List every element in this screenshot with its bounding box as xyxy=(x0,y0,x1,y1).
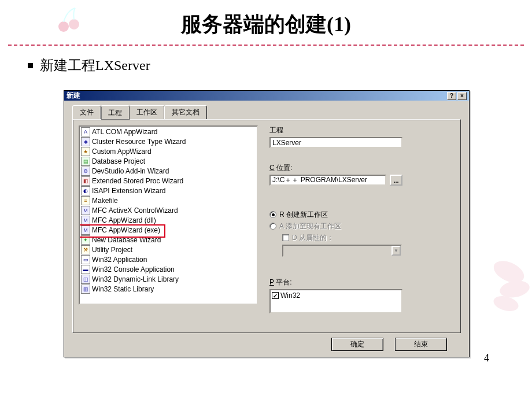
list-item-selected[interactable]: MMFC AppWizard (exe) xyxy=(80,225,257,235)
list-item[interactable]: ◆Cluster Resource Type Wizard xyxy=(80,136,257,146)
checkbox-dependency: D 从属性的： xyxy=(269,232,455,243)
db-icon: ▤ xyxy=(81,157,90,166)
list-item[interactable]: ▭Win32 Application xyxy=(80,254,257,264)
page-number: 4 xyxy=(484,352,489,364)
svg-point-4 xyxy=(492,294,520,314)
wizard-icon: ◆ xyxy=(81,137,90,146)
wizard-icon: ◐ xyxy=(81,186,90,195)
platform-listbox[interactable]: ✓ Win32 xyxy=(269,289,402,313)
bullet-text: 新建工程LXServer xyxy=(40,56,150,75)
chevron-down-icon: ▼ xyxy=(391,246,401,256)
radio-create-workspace[interactable]: R 创建新工作区 xyxy=(269,209,455,220)
list-item[interactable]: MMFC ActiveX ControlWizard xyxy=(80,205,257,215)
title-divider xyxy=(8,45,524,46)
tab-workspace[interactable]: 工作区 xyxy=(129,105,165,119)
project-name-input[interactable]: LXServer xyxy=(269,137,402,148)
ok-button[interactable]: 确定 xyxy=(331,338,383,351)
tab-panel: AATL COM AppWizard ◆Cluster Resource Typ… xyxy=(72,119,461,333)
checkbox-icon xyxy=(282,234,289,241)
utility-icon: ⚒ xyxy=(81,245,90,254)
platform-item[interactable]: ✓ Win32 xyxy=(272,291,400,300)
dialog-titlebar[interactable]: 新建 ? × xyxy=(64,91,469,101)
tab-project[interactable]: 工程 xyxy=(101,105,130,120)
dependency-combo: ▼ xyxy=(282,245,402,257)
flower-decoration-icon xyxy=(474,243,532,324)
list-item[interactable]: ▥Win32 Static Library xyxy=(80,284,257,294)
db-wizard-icon: ✦ xyxy=(81,235,90,245)
svg-point-2 xyxy=(490,257,527,287)
list-item[interactable]: ◫Win32 Dynamic-Link Library xyxy=(80,274,257,284)
makefile-icon: ≡ xyxy=(81,196,90,205)
lib-icon: ▥ xyxy=(81,285,90,294)
list-item[interactable]: ◧Extended Stored Proc Wizard xyxy=(80,176,257,186)
list-item[interactable]: ▤Database Project xyxy=(80,156,257,166)
list-item[interactable]: ◐ISAPI Extension Wizard xyxy=(80,186,257,195)
help-button[interactable]: ? xyxy=(447,92,456,100)
radio-icon xyxy=(269,223,276,230)
browse-button[interactable]: ... xyxy=(390,175,402,186)
project-type-listbox[interactable]: AATL COM AppWizard ◆Cluster Resource Typ… xyxy=(79,125,258,305)
console-icon: ▬ xyxy=(81,265,90,274)
radio-add-workspace[interactable]: A 添加至现有工作区 xyxy=(269,220,455,232)
tab-file[interactable]: 文件 xyxy=(72,105,101,119)
project-name-label: 工程 xyxy=(269,125,455,135)
checkbox-checked-icon: ✓ xyxy=(272,292,279,299)
location-input[interactable]: J:\C＋＋ PROGRAM\LXServer xyxy=(269,175,386,186)
list-item[interactable]: MMFC AppWizard (dll) xyxy=(80,215,257,225)
dll-icon: ◫ xyxy=(81,275,90,284)
wizard-icon: ⚙ xyxy=(81,167,90,176)
list-item[interactable]: ≡Makefile xyxy=(80,195,257,205)
new-project-dialog: 新建 ? × 文件 工程 工作区 其它文档 AATL COM AppWizard… xyxy=(64,90,470,357)
cancel-button[interactable]: 结束 xyxy=(395,338,447,351)
mfc-exe-icon: M xyxy=(81,226,90,235)
dialog-tabs: 文件 工程 工作区 其它文档 xyxy=(72,106,461,119)
mfc-icon: M xyxy=(81,216,90,225)
slide-title: 服务器端的创建(1) xyxy=(0,0,532,45)
tab-other-docs[interactable]: 其它文档 xyxy=(164,105,207,119)
radio-icon xyxy=(269,211,276,218)
dialog-title: 新建 xyxy=(66,91,80,101)
list-item[interactable]: ★Custom AppWizard xyxy=(80,146,257,156)
list-item[interactable]: ✦New Database Wizard xyxy=(80,235,257,245)
list-item[interactable]: ⚒Utility Project xyxy=(80,245,257,254)
bullet-square-icon xyxy=(28,63,33,68)
list-item[interactable]: AATL COM AppWizard xyxy=(80,127,257,136)
list-item[interactable]: ▬Win32 Console Application xyxy=(80,264,257,274)
location-label: C 位置: xyxy=(269,163,455,173)
win32-icon: ▭ xyxy=(81,255,90,264)
wizard-icon: A xyxy=(81,127,90,136)
svg-point-3 xyxy=(498,279,531,300)
wizard-icon: ◧ xyxy=(81,176,90,186)
wizard-icon: ★ xyxy=(81,147,90,156)
close-button[interactable]: × xyxy=(457,92,467,100)
bullet-item: 新建工程LXServer xyxy=(28,56,532,75)
mfc-icon: M xyxy=(81,206,90,215)
list-item[interactable]: ⚙DevStudio Add-in Wizard xyxy=(80,166,257,176)
platform-label: P 平台: xyxy=(269,278,455,287)
